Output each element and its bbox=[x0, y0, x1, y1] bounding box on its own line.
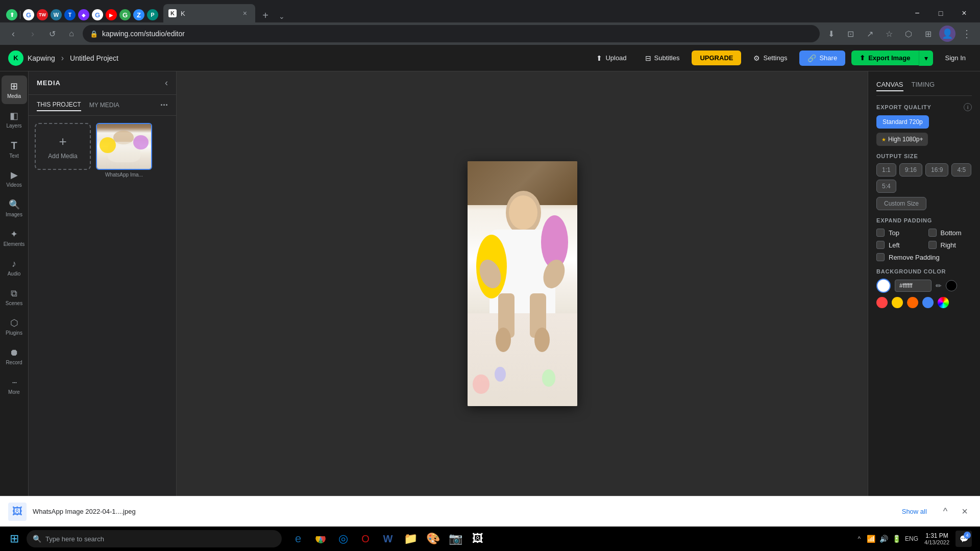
upwork-favicon[interactable]: ⬆ bbox=[6, 9, 17, 20]
tab-this-project[interactable]: THIS PROJECT bbox=[37, 99, 81, 111]
taskbar-ie-icon[interactable]: e bbox=[288, 529, 308, 549]
figma-favicon[interactable]: ◆ bbox=[78, 9, 89, 20]
tab-timing[interactable]: TIMING bbox=[912, 79, 935, 91]
trello-favicon[interactable]: T bbox=[64, 9, 76, 20]
share-icon[interactable]: ↗ bbox=[862, 26, 878, 42]
sidebar-item-layers[interactable]: ◧ Layers bbox=[2, 105, 27, 134]
taskbar-camera-icon[interactable]: 📷 bbox=[445, 529, 465, 549]
sidebar-item-scenes[interactable]: ⧉ Scenes bbox=[2, 283, 27, 311]
remove-padding-option[interactable]: Remove Padding bbox=[876, 253, 972, 261]
color-swatch-black[interactable] bbox=[946, 280, 957, 291]
color-swatch-blue[interactable] bbox=[922, 297, 934, 308]
sidebar-item-plugins[interactable]: ⬡ Plugins bbox=[2, 312, 27, 341]
wordpress-favicon[interactable]: W bbox=[51, 9, 62, 20]
padding-left-checkbox[interactable] bbox=[876, 241, 885, 249]
custom-size-button[interactable]: Custom Size bbox=[876, 197, 926, 210]
sidebar-item-more[interactable]: ··· More bbox=[2, 371, 27, 400]
color-hex-input[interactable] bbox=[895, 280, 932, 292]
close-bar-button[interactable]: × bbox=[958, 504, 972, 519]
sidebar-item-elements[interactable]: ✦ Elements bbox=[2, 223, 27, 252]
gsuite-favicon[interactable]: G bbox=[119, 9, 131, 20]
export-dropdown-button[interactable]: ▾ bbox=[919, 51, 933, 66]
zoom-favicon[interactable]: Z bbox=[133, 9, 144, 20]
pcloud-favicon[interactable]: P bbox=[147, 9, 158, 20]
taskbar-paint-icon[interactable]: 🎨 bbox=[423, 529, 443, 549]
download-icon[interactable]: ⬇ bbox=[823, 26, 839, 42]
google-favicon-1[interactable]: G bbox=[23, 9, 34, 20]
sidebar-item-text[interactable]: T Text bbox=[2, 135, 27, 163]
sidebar-item-media[interactable]: ⊞ Media bbox=[2, 76, 27, 104]
subtitles-button[interactable]: ⊟ Subtitles bbox=[639, 51, 686, 65]
tray-language[interactable]: ENG bbox=[905, 535, 918, 542]
upload-button[interactable]: ⬆ Upload bbox=[590, 51, 632, 65]
tab-canvas[interactable]: CANVAS bbox=[876, 79, 903, 91]
youtube-favicon-1[interactable]: ▶ bbox=[106, 9, 117, 20]
back-button[interactable]: ‹ bbox=[5, 26, 21, 42]
size-5-4-button[interactable]: 5:4 bbox=[876, 180, 896, 193]
collapse-bar-button[interactable]: ^ bbox=[939, 504, 951, 519]
color-swatch-yellow[interactable] bbox=[892, 297, 903, 308]
size-9-16-button[interactable]: 9:16 bbox=[899, 163, 922, 177]
maximize-button[interactable]: □ bbox=[929, 4, 952, 22]
padding-bottom-checkbox[interactable] bbox=[928, 229, 937, 237]
media-panel-collapse[interactable]: ‹ bbox=[165, 78, 168, 88]
kapwing-logo[interactable]: K Kapwing bbox=[8, 51, 55, 66]
taskbar-search-bar[interactable]: 🔍 Type here to search bbox=[27, 530, 282, 547]
quality-high-button[interactable]: ★ High 1080p+ bbox=[876, 133, 928, 146]
taskbar-chrome-icon[interactable] bbox=[310, 529, 331, 549]
sidebar-item-audio[interactable]: ♪ Audio bbox=[2, 253, 27, 282]
taskbar-photos-icon[interactable]: 🖼 bbox=[468, 529, 488, 549]
sidebar-item-videos[interactable]: ▶ Videos bbox=[2, 164, 27, 193]
bookmark-icon[interactable]: ☆ bbox=[881, 26, 897, 42]
extensions-icon[interactable]: ⬡ bbox=[900, 26, 917, 42]
tray-battery-icon[interactable]: 🔋 bbox=[892, 535, 901, 543]
start-button[interactable]: ⊞ bbox=[4, 529, 24, 549]
padding-left-option[interactable]: Left bbox=[876, 241, 920, 249]
forward-button[interactable]: › bbox=[24, 26, 41, 42]
export-main-button[interactable]: ⬆ Export Image bbox=[851, 51, 918, 65]
show-all-button[interactable]: Show all bbox=[896, 505, 933, 518]
tray-volume-icon[interactable]: 🔊 bbox=[879, 535, 888, 543]
address-bar[interactable]: 🔒 kapwing.com/studio/editor bbox=[83, 25, 820, 42]
settings-button[interactable]: ⚙ Settings bbox=[747, 51, 793, 65]
pencil-edit-icon[interactable]: ✏ bbox=[936, 282, 942, 290]
size-1-1-button[interactable]: 1:1 bbox=[876, 163, 896, 177]
taskbar-word-icon[interactable]: W bbox=[378, 529, 398, 549]
tray-network-icon[interactable]: 📶 bbox=[867, 535, 875, 543]
google-favicon-2[interactable]: G bbox=[92, 9, 103, 20]
tab-close-btn[interactable]: × bbox=[241, 9, 249, 18]
color-swatch-red[interactable] bbox=[876, 297, 888, 308]
minimize-button[interactable]: − bbox=[905, 4, 929, 22]
color-swatch-gradient[interactable] bbox=[938, 297, 949, 308]
taskbar-opera-icon[interactable]: O bbox=[355, 529, 376, 549]
canvas-image[interactable] bbox=[468, 161, 577, 406]
sidebar-item-images[interactable]: 🔍 Images bbox=[2, 194, 27, 222]
notification-button[interactable]: 💬 4 bbox=[955, 531, 972, 547]
add-media-button[interactable]: + Add Media bbox=[35, 123, 91, 170]
active-color-swatch[interactable] bbox=[876, 279, 891, 293]
tab-my-media[interactable]: MY MEDIA bbox=[89, 99, 119, 111]
home-button[interactable]: ⌂ bbox=[63, 26, 80, 42]
sign-in-button[interactable]: Sign In bbox=[939, 51, 972, 65]
quality-standard-button[interactable]: Standard 720p bbox=[876, 115, 929, 129]
export-quality-info-icon[interactable]: i bbox=[964, 103, 972, 111]
color-swatch-orange[interactable] bbox=[907, 297, 918, 308]
toggl-favicon[interactable]: TW bbox=[37, 9, 48, 20]
size-4-5-button[interactable]: 4:5 bbox=[951, 163, 971, 177]
padding-right-option[interactable]: Right bbox=[928, 241, 972, 249]
active-tab[interactable]: K K × bbox=[163, 4, 255, 22]
taskbar-edge-icon[interactable]: ◎ bbox=[333, 529, 353, 549]
padding-top-checkbox[interactable] bbox=[876, 229, 885, 237]
sidebar-item-record[interactable]: ⏺ Record bbox=[2, 342, 27, 370]
remove-padding-checkbox[interactable] bbox=[876, 253, 885, 261]
profile-split-icon[interactable]: ⊞ bbox=[920, 26, 936, 42]
new-tab-button[interactable]: + bbox=[258, 8, 273, 22]
browser-menu-button[interactable]: ⋮ bbox=[959, 26, 975, 42]
upgrade-button[interactable]: UPGRADE bbox=[692, 51, 741, 65]
cast-icon[interactable]: ⊡ bbox=[842, 26, 859, 42]
profile-avatar[interactable]: 👤 bbox=[939, 26, 955, 42]
media-panel-more-button[interactable]: ··· bbox=[160, 100, 168, 111]
tab-overflow-button[interactable]: ⌄ bbox=[276, 10, 288, 22]
size-16-9-button[interactable]: 16:9 bbox=[925, 163, 948, 177]
reload-button[interactable]: ↺ bbox=[44, 26, 60, 42]
